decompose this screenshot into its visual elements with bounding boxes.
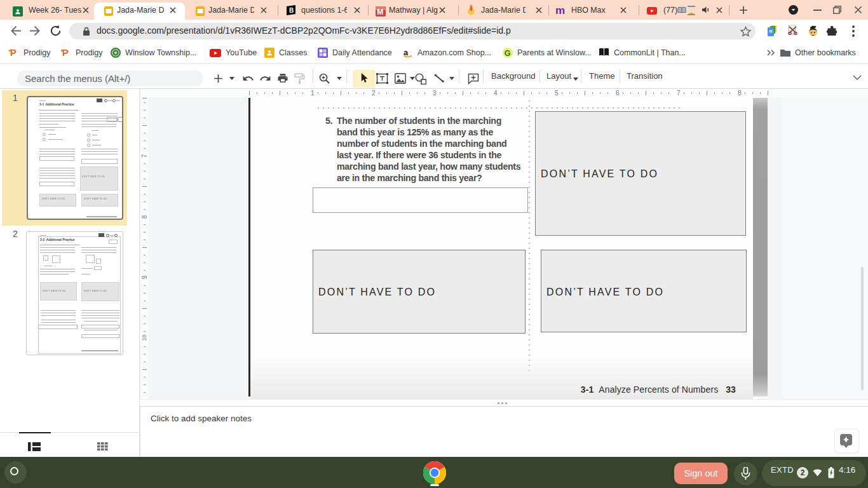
svg-text:M: M xyxy=(377,8,383,17)
svg-text:B: B xyxy=(289,7,294,14)
svg-text:G: G xyxy=(505,49,511,58)
svg-text:a: a xyxy=(403,48,409,57)
